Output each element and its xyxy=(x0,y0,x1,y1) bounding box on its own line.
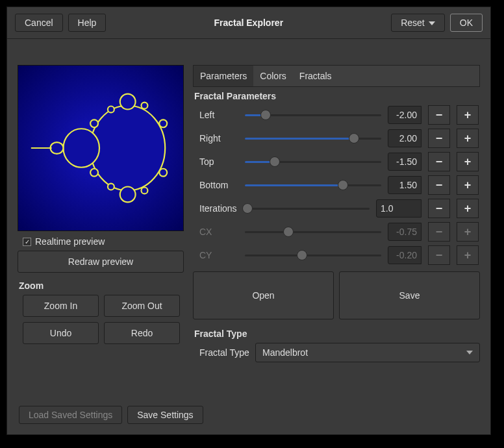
svg-point-1 xyxy=(90,106,165,191)
svg-point-12 xyxy=(108,184,114,190)
increment-button[interactable]: + xyxy=(457,152,479,171)
param-row-iterations: Iterations1.0−+ xyxy=(193,199,480,218)
svg-point-6 xyxy=(120,187,136,203)
param-row-cy: CY-0.20−+ xyxy=(193,245,480,265)
increment-button[interactable]: + xyxy=(457,129,479,148)
param-value[interactable]: -2.00 xyxy=(388,106,422,124)
increment-button[interactable]: + xyxy=(457,199,479,218)
fractal-type-label: Fractal Type xyxy=(199,347,255,358)
right-column: Parameters Colors Fractals Fractal Param… xyxy=(193,65,480,366)
svg-point-13 xyxy=(142,103,148,109)
param-slider[interactable] xyxy=(245,249,381,262)
decrement-button[interactable]: − xyxy=(428,105,450,125)
svg-point-9 xyxy=(90,119,98,127)
fractal-type-dropdown[interactable]: Mandelbrot xyxy=(255,343,480,362)
tab-parameters[interactable]: Parameters xyxy=(194,66,253,86)
cancel-button[interactable]: Cancel xyxy=(15,14,63,32)
zoom-in-button[interactable]: Zoom In xyxy=(23,295,99,317)
param-row-cx: CX-0.75−+ xyxy=(193,222,480,242)
titlebar: Cancel Help Fractal Explorer Reset OK xyxy=(7,7,490,39)
param-value[interactable]: -1.50 xyxy=(388,153,422,171)
zoom-heading: Zoom xyxy=(19,280,184,291)
param-label: CY xyxy=(193,250,238,260)
param-row-top: Top-1.50−+ xyxy=(193,152,480,171)
save-settings-button[interactable]: Save Settings xyxy=(127,406,203,424)
load-saved-settings-button[interactable]: Load Saved Settings xyxy=(19,406,122,424)
left-column: ✓ Realtime preview Redraw preview Zoom Z… xyxy=(18,65,185,366)
increment-button[interactable]: + xyxy=(457,175,479,195)
param-slider[interactable] xyxy=(245,225,381,238)
decrement-button: − xyxy=(428,222,450,242)
zoom-out-button[interactable]: Zoom Out xyxy=(104,295,180,317)
realtime-preview-checkbox[interactable]: ✓ xyxy=(23,238,31,246)
realtime-preview-label: Realtime preview xyxy=(35,236,105,247)
svg-point-2 xyxy=(63,129,99,168)
param-slider[interactable] xyxy=(245,132,381,145)
fractal-type-heading: Fractal Type xyxy=(194,329,479,339)
param-value[interactable]: 2.00 xyxy=(388,129,422,147)
decrement-button[interactable]: − xyxy=(428,152,450,171)
param-label: Right xyxy=(193,133,238,143)
ok-button[interactable]: OK xyxy=(450,14,483,32)
param-label: Iterations xyxy=(193,203,238,214)
reset-label: Reset xyxy=(401,18,425,28)
redraw-preview-button[interactable]: Redraw preview xyxy=(18,251,184,273)
open-button[interactable]: Open xyxy=(193,271,334,319)
realtime-preview-row[interactable]: ✓ Realtime preview xyxy=(23,236,185,247)
decrement-button[interactable]: − xyxy=(428,175,450,195)
dialog-title: Fractal Explorer xyxy=(106,18,391,28)
param-value[interactable]: -0.75 xyxy=(388,223,422,241)
param-label: Bottom xyxy=(193,180,238,190)
chevron-down-icon xyxy=(466,351,473,355)
param-value[interactable]: 1.50 xyxy=(388,176,422,194)
param-value[interactable]: -0.20 xyxy=(388,246,422,264)
param-label: Top xyxy=(193,156,238,167)
svg-point-7 xyxy=(159,119,167,127)
param-slider[interactable] xyxy=(245,179,381,192)
help-button[interactable]: Help xyxy=(68,14,107,32)
svg-point-8 xyxy=(159,169,167,177)
reset-button[interactable]: Reset xyxy=(391,14,445,32)
param-slider[interactable] xyxy=(245,108,381,121)
dialog-body: ✓ Realtime preview Redraw preview Zoom Z… xyxy=(7,39,490,373)
param-row-right: Right2.00−+ xyxy=(193,129,480,148)
footer: Load Saved Settings Save Settings xyxy=(19,406,203,424)
increment-button: + xyxy=(457,245,479,265)
svg-point-5 xyxy=(120,94,136,110)
param-slider[interactable] xyxy=(245,155,381,168)
fractal-type-value: Mandelbrot xyxy=(262,347,308,358)
undo-button[interactable]: Undo xyxy=(23,322,99,344)
param-row-bottom: Bottom1.50−+ xyxy=(193,175,480,195)
increment-button: + xyxy=(457,222,479,242)
parameter-rows: Left-2.00−+Right2.00−+Top-1.50−+Bottom1.… xyxy=(193,105,480,265)
svg-point-10 xyxy=(90,169,98,177)
param-value[interactable]: 1.0 xyxy=(376,199,422,218)
tab-bar: Parameters Colors Fractals xyxy=(193,65,480,87)
decrement-button: − xyxy=(428,245,450,265)
decrement-button[interactable]: − xyxy=(428,129,450,148)
tab-fractals[interactable]: Fractals xyxy=(293,66,338,86)
save-button[interactable]: Save xyxy=(339,271,480,319)
param-slider[interactable] xyxy=(245,202,370,215)
svg-point-3 xyxy=(51,142,64,154)
tab-colors[interactable]: Colors xyxy=(253,66,292,86)
redo-button[interactable]: Redo xyxy=(104,322,180,344)
dialog-window: Cancel Help Fractal Explorer Reset OK xyxy=(6,6,491,435)
param-label: Left xyxy=(193,110,238,120)
increment-button[interactable]: + xyxy=(457,105,479,125)
param-label: CX xyxy=(193,227,238,237)
svg-point-14 xyxy=(142,188,148,194)
fractal-parameters-heading: Fractal Parameters xyxy=(194,91,479,101)
decrement-button[interactable]: − xyxy=(428,199,450,218)
param-row-left: Left-2.00−+ xyxy=(193,105,480,125)
svg-point-11 xyxy=(108,106,114,113)
fractal-preview xyxy=(18,65,184,231)
